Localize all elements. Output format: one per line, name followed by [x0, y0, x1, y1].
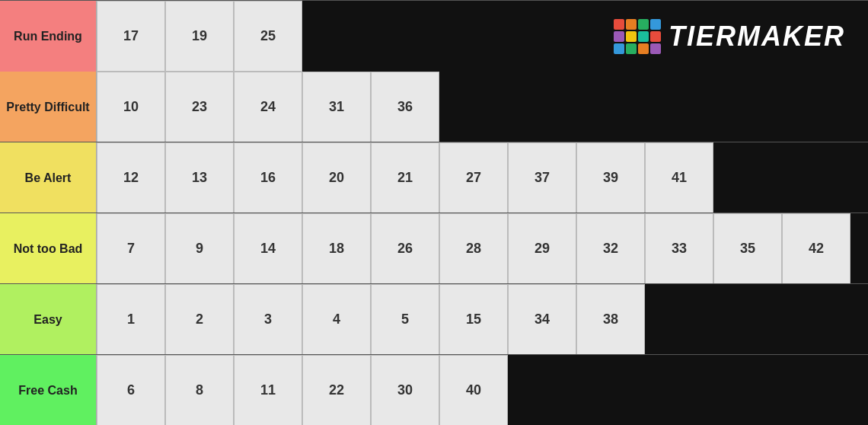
cell-be-alert-1: 13	[165, 142, 234, 213]
cell-easy-6: 34	[508, 284, 576, 355]
tier-label-be-alert: Be Alert	[0, 142, 97, 213]
cell-easy-1: 2	[165, 284, 234, 355]
cell-easy-3: 4	[302, 284, 371, 355]
cell-not-too-bad-5: 28	[439, 213, 508, 284]
cell-not-too-bad-9: 35	[713, 213, 782, 284]
empty-free-cash	[508, 355, 868, 425]
cell-pretty-difficult-3: 31	[302, 72, 371, 142]
cell-pretty-difficult-1: 23	[165, 72, 234, 142]
cell-not-too-bad-3: 18	[302, 213, 371, 284]
tier-row-be-alert: Be Alert121316202127373941	[0, 142, 868, 212]
tier-row-pretty-difficult: Pretty Difficult1023243136	[0, 71, 868, 142]
cell-not-too-bad-7: 32	[576, 213, 645, 284]
cell-run-ending-1: 19	[165, 1, 234, 72]
cell-free-cash-2: 11	[234, 355, 302, 425]
logo-grid-icon	[614, 19, 661, 54]
cell-be-alert-3: 20	[302, 142, 371, 213]
empty-easy	[645, 284, 868, 355]
tier-row-not-too-bad: Not too Bad79141826282932333542	[0, 212, 868, 283]
tier-items-free-cash: 6811223040	[97, 355, 868, 425]
tier-items-be-alert: 121316202127373941	[97, 142, 868, 212]
cell-easy-7: 38	[576, 284, 645, 355]
tier-items-run-ending: 171925TiERMAKER	[97, 1, 868, 71]
cell-be-alert-5: 27	[439, 142, 508, 213]
cell-pretty-difficult-0: 10	[97, 72, 165, 142]
cell-free-cash-4: 30	[371, 355, 439, 425]
cell-easy-2: 3	[234, 284, 302, 355]
cell-easy-5: 15	[439, 284, 508, 355]
cell-not-too-bad-8: 33	[645, 213, 713, 284]
cell-not-too-bad-4: 26	[371, 213, 439, 284]
cell-be-alert-0: 12	[97, 142, 165, 213]
tier-items-not-too-bad: 79141826282932333542	[97, 213, 868, 283]
empty-be-alert	[713, 142, 868, 213]
main-container: Run Ending171925TiERMAKERPretty Difficul…	[0, 0, 868, 425]
tier-label-run-ending: Run Ending	[0, 1, 97, 72]
empty-pretty-difficult	[439, 72, 868, 142]
tier-row-run-ending: Run Ending171925TiERMAKER	[0, 0, 868, 71]
cell-not-too-bad-2: 14	[234, 213, 302, 284]
cell-not-too-bad-1: 9	[165, 213, 234, 284]
cell-be-alert-8: 41	[645, 142, 713, 213]
cell-free-cash-1: 8	[165, 355, 234, 425]
tier-label-pretty-difficult: Pretty Difficult	[0, 72, 97, 142]
logo-area: TiERMAKER	[614, 1, 868, 72]
cell-pretty-difficult-2: 24	[234, 72, 302, 142]
tier-row-easy: Easy12345153438	[0, 283, 868, 354]
cell-be-alert-6: 37	[508, 142, 576, 213]
cell-free-cash-0: 6	[97, 355, 165, 425]
cell-easy-0: 1	[97, 284, 165, 355]
cell-free-cash-5: 40	[439, 355, 508, 425]
logo-text: TiERMAKER	[669, 21, 845, 53]
cell-run-ending-0: 17	[97, 1, 165, 72]
cell-run-ending-2: 25	[234, 1, 302, 72]
tier-label-not-too-bad: Not too Bad	[0, 213, 97, 284]
cell-easy-4: 5	[371, 284, 439, 355]
cell-be-alert-2: 16	[234, 142, 302, 213]
tier-row-free-cash: Free Cash6811223040	[0, 354, 868, 425]
cell-not-too-bad-10: 42	[782, 213, 850, 284]
cell-not-too-bad-6: 29	[508, 213, 576, 284]
tier-items-easy: 12345153438	[97, 284, 868, 354]
tier-items-pretty-difficult: 1023243136	[97, 72, 868, 142]
tier-label-free-cash: Free Cash	[0, 355, 97, 425]
cell-be-alert-7: 39	[576, 142, 645, 213]
empty-run-ending	[302, 1, 614, 72]
tier-label-easy: Easy	[0, 284, 97, 355]
cell-be-alert-4: 21	[371, 142, 439, 213]
cell-free-cash-3: 22	[302, 355, 371, 425]
cell-not-too-bad-0: 7	[97, 213, 165, 284]
cell-pretty-difficult-4: 36	[371, 72, 439, 142]
